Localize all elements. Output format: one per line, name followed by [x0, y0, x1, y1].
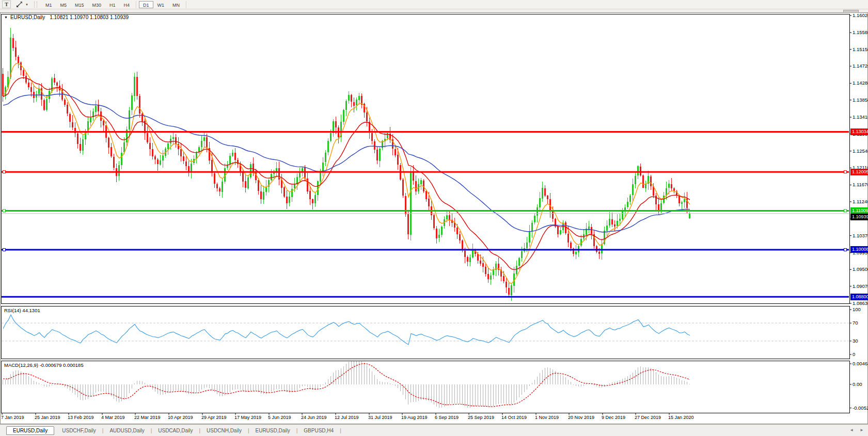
current-price-label: 1.10939	[850, 214, 868, 220]
macd-indicator-label: MACD(12,26,9) -0.000679 0.000185	[4, 362, 84, 368]
timeframe-button-m5[interactable]: M5	[56, 1, 71, 8]
timeframe-button-m30[interactable]: M30	[88, 1, 106, 8]
tab-scroll-left-icon[interactable]: ◄	[849, 428, 854, 432]
date-axis-label: 9 Dec 2019	[602, 415, 625, 421]
tab-gbpusd-h4[interactable]: GBPUSD,H4	[298, 427, 339, 434]
text-tool-button[interactable]: T	[2, 1, 11, 8]
tab-separator: |	[339, 428, 342, 433]
date-axis-label: 25 Sep 2019	[468, 415, 494, 421]
timeframe-button-d1[interactable]: D1	[139, 1, 153, 8]
macd-axis-label: 0.00463	[853, 361, 868, 367]
price-axis-label: 1.10370	[853, 233, 868, 239]
hline-price-label: 1.10008	[850, 246, 868, 253]
price-axis-label: 1.14720	[853, 63, 868, 69]
price-axis-label: 1.09070	[853, 283, 868, 289]
trading-platform-window: T ▼ M1M5M15M30H1H4D1W1MN ▼EURUSD,Daily1.…	[0, 0, 868, 436]
h-scrollbar-thumb[interactable]	[843, 10, 859, 13]
price-axis-label: 1.13850	[853, 97, 868, 103]
arrow-style-tool-icon[interactable]	[14, 1, 24, 8]
date-axis-label: 14 Oct 2019	[501, 415, 527, 421]
price-axis-label: 1.11670	[853, 182, 868, 188]
tab-eurusd-daily[interactable]: EURUSD,Daily	[6, 426, 54, 435]
date-axis-label: 4 Mar 2019	[101, 415, 125, 421]
macd-axis-label: -0.00529	[853, 405, 868, 411]
hline-price-label: 1.11009	[850, 207, 868, 214]
timeframe-button-m15[interactable]: M15	[71, 1, 88, 8]
chart-overlay: ▼EURUSD,Daily1.10821 1.10970 1.10803 1.1…	[0, 0, 868, 436]
date-axis-label: 19 Aug 2019	[401, 415, 428, 421]
hline-price-label: 1.13034	[850, 128, 868, 135]
chart-dropdown-icon[interactable]: ▼	[4, 15, 8, 19]
timeframe-button-h4[interactable]: H4	[120, 1, 134, 8]
timeframe-buttons: M1M5M15M30H1H4D1W1MN	[41, 0, 189, 9]
tab-usdchf-daily[interactable]: USDCHF,Daily	[56, 427, 102, 434]
rsi-axis-label: 70	[853, 320, 858, 326]
price-axis-label: 1.14280	[853, 80, 868, 86]
price-axis-label: 1.08630	[853, 300, 868, 306]
date-axis-label: 24 Jun 2019	[301, 415, 327, 421]
chart-h-scrollbar[interactable]	[0, 9, 868, 13]
price-axis-label: 1.15580	[853, 29, 868, 36]
hline-price-label: 1.12005	[850, 169, 868, 175]
date-axis-label: 15 Jan 2020	[668, 415, 694, 421]
date-axis-label: 29 Apr 2019	[201, 415, 227, 421]
tab-eurusd-daily[interactable]: EURUSD,Daily	[250, 427, 296, 434]
price-axis-label: 1.15150	[853, 46, 868, 53]
date-axis-label: 13 Feb 2019	[68, 415, 94, 421]
date-axis-label: 27 Dec 2019	[635, 415, 661, 421]
rsi-axis-label: 100	[853, 306, 861, 313]
tab-scroll-right-icon[interactable]: ►	[860, 428, 864, 432]
timeframe-button-m1[interactable]: M1	[41, 1, 56, 8]
chart-title: ▼EURUSD,Daily1.10821 1.10970 1.10803 1.1…	[4, 14, 129, 20]
date-axis-label: 10 Apr 2019	[168, 415, 193, 421]
price-axis-label: 1.11240	[853, 199, 868, 205]
toolbar-separator	[186, 1, 187, 8]
tab-usdcnh-daily[interactable]: USDCNH,Daily	[201, 427, 247, 434]
chart-tab-bar: EURUSD,DailyUSDCHF,Daily|AUDUSD,Daily|US…	[0, 424, 868, 436]
rsi-indicator-label: RSI(14) 44.1301	[4, 308, 40, 313]
date-axis-label: 7 Jan 2019	[1, 415, 24, 421]
rsi-axis-label: 30	[853, 338, 858, 344]
rsi-axis-label: 0	[853, 351, 855, 358]
top-toolbar: T ▼ M1M5M15M30H1H4D1W1MN	[0, 0, 868, 9]
price-axis-label: 1.13410	[853, 114, 868, 120]
price-axis-label: 1.09500	[853, 266, 868, 272]
date-axis-label: 6 Sep 2019	[435, 415, 459, 421]
chart-symbol-label: EURUSD,Daily	[10, 14, 45, 20]
date-axis-label: 1 Nov 2019	[535, 415, 559, 421]
timeframe-button-w1[interactable]: W1	[153, 1, 169, 8]
date-axis-label: 22 Mar 2019	[134, 415, 161, 421]
tab-usdcad-daily[interactable]: USDCAD,Daily	[152, 427, 198, 434]
date-axis-label: 5 Jun 2019	[268, 415, 291, 421]
date-axis-label: 31 Jul 2019	[368, 415, 392, 421]
tabs-holder: EURUSD,DailyUSDCHF,Daily|AUDUSD,Daily|US…	[6, 426, 342, 435]
price-axis-label: 1.12540	[853, 148, 868, 154]
hline-price-label: 1.08800	[850, 294, 868, 300]
toolbar-gripper	[34, 2, 37, 8]
chart-ohlc-quote: 1.10821 1.10970 1.10803 1.10939	[50, 14, 129, 20]
date-axis-label: 25 Jan 2019	[35, 415, 60, 421]
macd-axis-label: 0.00	[853, 381, 862, 387]
tool-dropdown-caret[interactable]: ▼	[24, 1, 30, 8]
tab-audusd-daily[interactable]: AUDUSD,Daily	[104, 427, 150, 434]
date-axis-label: 12 Jul 2019	[335, 415, 359, 421]
timeframe-button-mn[interactable]: MN	[168, 1, 184, 8]
date-axis-label: 20 Nov 2019	[568, 415, 594, 421]
date-axis-label: 17 May 2019	[234, 415, 261, 421]
timeframe-button-h1[interactable]: H1	[105, 1, 120, 8]
price-axis-label: 1.16020	[853, 12, 868, 19]
diagonal-arrows-icon	[16, 1, 23, 8]
toolbar-separator	[136, 1, 137, 8]
tab-scroll-arrows: ◄ ►	[849, 428, 864, 432]
